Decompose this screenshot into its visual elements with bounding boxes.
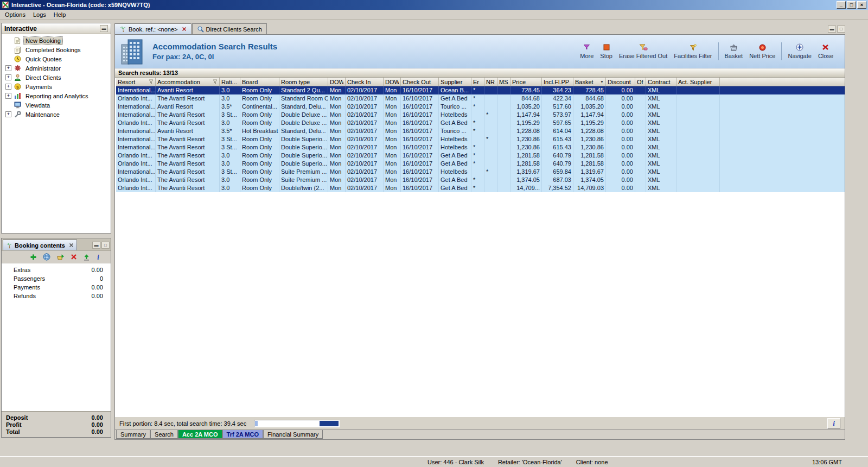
add-button[interactable] — [30, 254, 37, 261]
maximize-button[interactable]: □ — [847, 1, 856, 9]
column-header-board[interactable]: Board — [240, 78, 279, 86]
column-header-act-supplier[interactable]: Act. Supplier — [676, 78, 720, 86]
bottom-tab-summary[interactable]: Summary — [116, 430, 150, 439]
minimize-view-icon[interactable]: ▬ — [828, 26, 836, 33]
result-row[interactable]: International...Avanti Resort3.5*Hot Bre… — [116, 127, 845, 135]
expand-icon[interactable]: + — [5, 84, 11, 90]
progress-segment — [320, 421, 339, 426]
cell-check-in: 02/10/2017 — [346, 111, 384, 119]
bottom-tab-search[interactable]: Search — [150, 430, 178, 439]
sidebar-item-reporting-and-analytics[interactable]: +Reporting and Analytics — [2, 91, 111, 100]
bottom-tab-financial-summary[interactable]: Financial Summary — [263, 430, 323, 439]
cell-price: 1,281.58 — [510, 160, 542, 168]
result-row[interactable]: International...Avanti Resort3.5*Contine… — [116, 103, 845, 111]
delete-button[interactable] — [71, 254, 77, 260]
column-header-basket[interactable]: Basket▼ — [573, 78, 606, 86]
column-header-contract[interactable]: Contract — [646, 78, 676, 86]
send-to-basket-button[interactable] — [56, 254, 65, 261]
result-row[interactable]: International...The Avanti Resort3 St...… — [116, 111, 845, 119]
maximize-booking-panel-icon[interactable]: □ — [101, 242, 110, 249]
sidebar-item-viewdata[interactable]: Viewdata — [2, 100, 111, 110]
stop-button[interactable]: Stop — [597, 42, 616, 60]
navigate-button[interactable]: Navigate — [784, 42, 814, 60]
menu-logs[interactable]: Logs — [29, 11, 50, 18]
column-header-check-in[interactable]: Check In — [346, 78, 384, 86]
sidebar-item-new-booking[interactable]: New Booking — [2, 36, 111, 45]
cell-rati: 3 St... — [220, 143, 240, 152]
sidebar-item-payments[interactable]: +$Payments — [2, 82, 111, 91]
column-header-accommodation[interactable]: Accommodation — [156, 78, 220, 86]
expand-icon[interactable]: + — [5, 93, 11, 99]
column-header-dow[interactable]: DOW — [328, 78, 346, 86]
column-header-nr[interactable]: NR — [484, 78, 497, 86]
menu-help[interactable]: Help — [50, 11, 70, 18]
column-header-label: Room type — [281, 79, 326, 85]
booking-contents-tab[interactable]: Booking contents — [3, 239, 77, 250]
expand-icon[interactable]: + — [5, 65, 11, 71]
expand-icon[interactable]: + — [5, 111, 11, 117]
facilities-filter-button[interactable]: Facilities Filter — [671, 42, 715, 60]
column-header-price[interactable]: Price — [510, 78, 542, 86]
menu-options[interactable]: Options — [1, 11, 29, 18]
globe-button[interactable] — [43, 253, 50, 261]
sidebar-item-maintenance[interactable]: +Maintenance — [2, 110, 111, 119]
result-row[interactable]: International...The Avanti Resort3 St...… — [116, 168, 845, 176]
result-row[interactable]: Orlando Int...The Avanti Resort3.0Room O… — [116, 119, 845, 127]
completed-bookings-icon — [14, 46, 21, 54]
sidebar-item-completed-bookings[interactable]: Completed Bookings — [2, 45, 111, 54]
result-row[interactable]: International...Avanti Resort3.0Room Onl… — [116, 86, 845, 94]
sidebar-item-direct-clients[interactable]: +Direct Clients — [2, 73, 111, 82]
column-header-room-type[interactable]: Room type — [279, 78, 328, 86]
column-header-rati[interactable]: Rati... — [220, 78, 240, 86]
cell-nr — [484, 86, 497, 94]
nett-price-button[interactable]: Nett Price — [746, 42, 778, 60]
tab-direct-clients-search[interactable]: Direct Clients Search — [192, 23, 267, 34]
expand-icon[interactable]: + — [5, 74, 11, 80]
close-window-button[interactable]: × — [857, 1, 866, 9]
result-row[interactable]: Orlando Int...The Avanti Resort3.0Room O… — [116, 94, 845, 103]
bottom-tab-trf-2a-mco[interactable]: Trf 2A MCO — [222, 430, 264, 439]
column-header-discount[interactable]: Discount — [606, 78, 635, 86]
column-header-er[interactable]: Er — [471, 78, 484, 86]
minimize-button[interactable]: _ — [837, 1, 846, 9]
booking-row-label: Passengers — [14, 275, 100, 282]
close-booking-panel-icon[interactable] — [69, 243, 74, 248]
column-header-resort[interactable]: Resort — [116, 78, 156, 86]
column-header-of[interactable]: Of — [635, 78, 646, 86]
column-header-ms[interactable]: MS — [497, 78, 510, 86]
cell-dow: Mon — [384, 103, 401, 111]
column-header-dow[interactable]: DOW — [384, 78, 401, 86]
booking-row-passengers[interactable]: Passengers0 — [2, 274, 111, 283]
basket-button[interactable]: Basket — [722, 42, 746, 60]
tab-book-ref-none[interactable]: Book. ref.: <none> — [114, 23, 192, 34]
minimize-booking-panel-icon[interactable]: ▬ — [92, 242, 100, 249]
cell-board: Room Only — [240, 143, 279, 152]
sidebar-item-quick-quotes[interactable]: Quick Quotes — [2, 54, 111, 64]
column-header-check-out[interactable]: Check Out — [401, 78, 439, 86]
collapse-panel-icon[interactable]: ▬ — [100, 25, 108, 32]
result-row[interactable]: International...The Avanti Resort3 St...… — [116, 143, 845, 152]
export-button[interactable] — [83, 254, 90, 261]
more-button[interactable]: More — [577, 42, 597, 60]
erase-filtered-out-button[interactable]: Erase Filtered Out — [616, 42, 671, 60]
cell-dow: Mon — [384, 160, 401, 168]
info-button[interactable]: i — [827, 418, 840, 429]
sidebar-item-administrator[interactable]: +Administrator — [2, 64, 111, 73]
bottom-tab-acc-2a-mco[interactable]: Acc 2A MCO — [178, 430, 222, 439]
booking-row-payments[interactable]: Payments0.00 — [2, 283, 111, 292]
result-row[interactable]: International...The Avanti Resort3 St...… — [116, 135, 845, 143]
column-header-supplier[interactable]: Supplier — [439, 78, 471, 86]
column-header-incl-fl-pp[interactable]: Incl.Fl.PP — [542, 78, 573, 86]
booking-row-refunds[interactable]: Refunds0.00 — [2, 292, 111, 300]
result-row[interactable]: Orlando Int...The Avanti Resort3.0Room O… — [116, 152, 845, 160]
result-row[interactable]: Orlando Int...The Avanti Resort3.0Room O… — [116, 160, 845, 168]
result-row[interactable]: Orlando Int...The Avanti Resort3.0Room O… — [116, 184, 845, 192]
result-row[interactable]: Orlando Int...The Avanti Resort3.0Room O… — [116, 176, 845, 184]
maximize-view-icon[interactable]: □ — [837, 26, 845, 33]
tab-close-icon[interactable] — [182, 27, 187, 31]
info-button[interactable]: i — [96, 254, 100, 261]
cell-board: Room Only — [240, 94, 279, 103]
close-button[interactable]: Close — [815, 42, 837, 60]
booking-row-extras[interactable]: Extras0.00 — [2, 266, 111, 274]
cell-check-in: 02/10/2017 — [346, 127, 384, 135]
